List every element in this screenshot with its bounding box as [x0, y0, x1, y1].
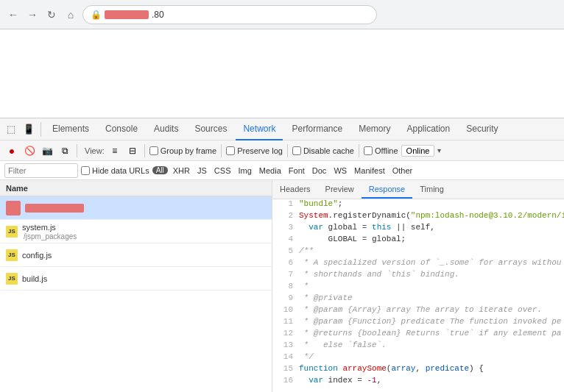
- code-line-10: 10 * @param {Array} array The array to i…: [272, 305, 564, 317]
- filter-img[interactable]: Img: [236, 165, 253, 176]
- network-toolbar: ● 🚫 📷 ⧉ View: ≡ ⊟ Group by frame Preserv…: [0, 140, 564, 161]
- tab-security[interactable]: Security: [459, 118, 505, 140]
- code-line-15: 15 function arraySome(array, predicate) …: [272, 364, 564, 376]
- tab-headers[interactable]: Headers: [272, 180, 318, 199]
- filter-button[interactable]: ⧉: [57, 143, 72, 158]
- back-button[interactable]: ←: [6, 7, 21, 22]
- file-name-2: system.js: [22, 223, 77, 232]
- devtools-topbar: ⬚ 📱 Elements Console Audits Sources Netw…: [0, 118, 564, 140]
- group-by-frame-checkbox[interactable]: [149, 146, 158, 155]
- file-item-4[interactable]: JS build.js: [0, 267, 272, 291]
- tab-response[interactable]: Response: [362, 180, 413, 199]
- code-line-9: 9 * @private: [272, 293, 564, 305]
- filter-manifest[interactable]: Manifest: [352, 165, 387, 176]
- preserve-log-label[interactable]: Preserve log: [226, 146, 283, 155]
- code-line-14: 14 */: [272, 352, 564, 364]
- tab-application[interactable]: Application: [400, 118, 458, 140]
- devtools-panel: ⬚ 📱 Elements Console Audits Sources Netw…: [0, 118, 564, 392]
- hide-data-urls-text: Hide data URLs: [92, 166, 149, 175]
- name-column-header: Name: [6, 184, 28, 193]
- disable-cache-checkbox[interactable]: [292, 146, 301, 155]
- code-tabs: Headers Preview Response Timing: [272, 180, 564, 199]
- filter-media[interactable]: Media: [257, 165, 283, 176]
- tab-console[interactable]: Console: [98, 118, 145, 140]
- filter-other[interactable]: Other: [390, 165, 415, 176]
- code-panel: Headers Preview Response Timing 1 "bundl…: [272, 180, 564, 392]
- js-icon-build: JS: [6, 273, 18, 285]
- reload-button[interactable]: ↻: [44, 7, 59, 22]
- address-text: 🔒 .80: [91, 10, 164, 20]
- toolbar-sep-2: [144, 144, 145, 157]
- online-button[interactable]: Online: [401, 145, 435, 157]
- clear-button[interactable]: 🚫: [22, 143, 37, 158]
- preserve-log-checkbox[interactable]: [226, 146, 235, 155]
- file-sub-2: /jspm_packages: [24, 232, 77, 240]
- filter-xhr[interactable]: XHR: [171, 165, 192, 176]
- camera-button[interactable]: 📷: [40, 143, 54, 158]
- code-line-6: 6 * A specialized version of `_.some` fo…: [272, 258, 564, 270]
- file-list: Name JS system.js /jspm_packages: [0, 180, 272, 392]
- toolbar-sep-1: [77, 144, 77, 157]
- tabs-separator: [40, 122, 41, 137]
- all-filter-badge[interactable]: All: [152, 166, 168, 174]
- lock-icon: 🔒: [91, 10, 102, 20]
- tab-performance[interactable]: Performance: [284, 118, 350, 140]
- disable-cache-text: Disable cache: [303, 146, 354, 155]
- main-panel: Name JS system.js /jspm_packages: [0, 180, 564, 392]
- file-name-3: config.js: [22, 251, 52, 260]
- offline-checkbox[interactable]: [364, 146, 373, 155]
- device-toolbar-button[interactable]: 📱: [21, 121, 37, 138]
- tab-preview[interactable]: Preview: [318, 180, 362, 199]
- toolbar-sep-4: [287, 144, 288, 157]
- file-name-4: build.js: [22, 274, 47, 283]
- file-item-3[interactable]: JS config.js: [0, 243, 272, 267]
- js-icon-config: JS: [6, 249, 18, 261]
- filter-bar: Hide data URLs All XHR JS CSS Img Media …: [0, 161, 564, 180]
- disable-cache-label[interactable]: Disable cache: [292, 146, 354, 155]
- code-line-1: 1 "bundle";: [272, 199, 564, 211]
- home-button[interactable]: ⌂: [63, 7, 78, 22]
- filter-doc[interactable]: Doc: [310, 165, 329, 176]
- tab-network[interactable]: Network: [236, 118, 283, 140]
- toolbar-sep-5: [359, 144, 359, 157]
- tab-audits[interactable]: Audits: [147, 118, 186, 140]
- preserve-log-text: Preserve log: [237, 146, 283, 155]
- code-line-3: 3 var global = this || self,: [272, 223, 564, 235]
- file-list-header: Name: [0, 180, 272, 196]
- filter-css[interactable]: CSS: [212, 165, 233, 176]
- code-line-12: 12 * @returns {boolean} Returns `true` i…: [272, 329, 564, 341]
- hide-data-urls-label[interactable]: Hide data URLs: [81, 166, 149, 175]
- forward-button[interactable]: →: [25, 7, 40, 22]
- inspect-element-button[interactable]: ⬚: [3, 121, 19, 138]
- record-button[interactable]: ●: [4, 143, 19, 158]
- file-item-1[interactable]: [0, 196, 272, 220]
- view-label: View:: [85, 146, 105, 155]
- file-name-redacted: [25, 204, 84, 213]
- code-line-13: 13 * else `false`.: [272, 341, 564, 352]
- code-line-5: 5 /**: [272, 246, 564, 258]
- page-content: [0, 29, 564, 118]
- tab-elements[interactable]: Elements: [45, 118, 96, 140]
- tab-sources[interactable]: Sources: [187, 118, 234, 140]
- js-icon-system: JS: [6, 226, 18, 238]
- offline-label[interactable]: Offline: [364, 146, 398, 155]
- code-line-16: 16 var index = -1,: [272, 376, 564, 388]
- view-list-button[interactable]: ≡: [107, 143, 122, 158]
- group-by-frame-label[interactable]: Group by frame: [149, 146, 216, 155]
- filter-font[interactable]: Font: [286, 165, 307, 176]
- hide-data-urls-checkbox[interactable]: [81, 166, 90, 175]
- throttle-dropdown-arrow[interactable]: ▾: [437, 146, 441, 154]
- offline-text: Offline: [375, 146, 398, 155]
- address-bar[interactable]: 🔒 .80: [82, 5, 377, 24]
- tab-memory[interactable]: Memory: [351, 118, 398, 140]
- address-suffix: .80: [152, 10, 164, 20]
- filter-js[interactable]: JS: [195, 165, 209, 176]
- filter-ws[interactable]: WS: [331, 165, 349, 176]
- filter-input[interactable]: [4, 163, 78, 178]
- group-by-frame-text: Group by frame: [161, 146, 216, 155]
- code-line-8: 8 *: [272, 282, 564, 293]
- file-item-2[interactable]: JS system.js /jspm_packages: [0, 220, 272, 243]
- view-detail-button[interactable]: ⊟: [125, 143, 140, 158]
- tab-timing[interactable]: Timing: [412, 180, 451, 199]
- code-body: 1 "bundle"; 2 System.registerDynamic("np…: [272, 199, 564, 392]
